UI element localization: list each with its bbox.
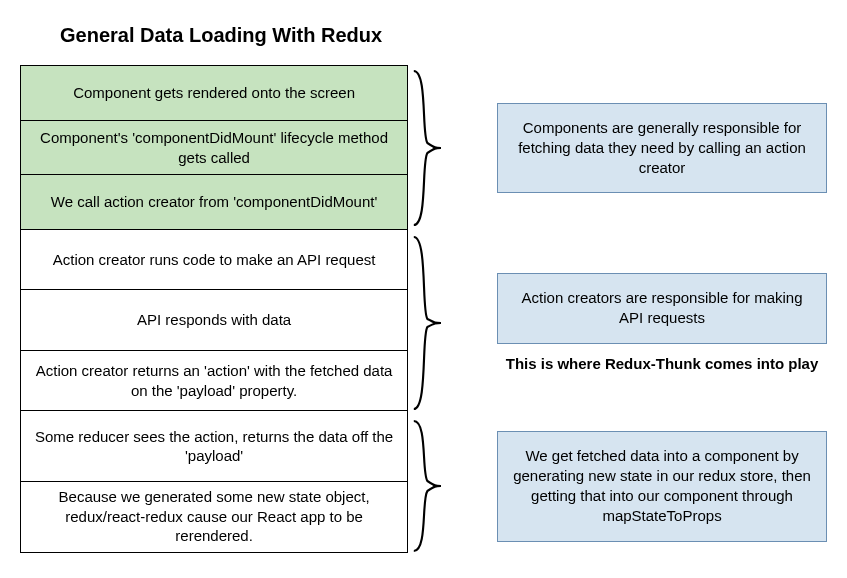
note-extra: This is where Redux-Thunk comes into pla… xyxy=(497,354,827,374)
note-group-1: Components are generally responsible for… xyxy=(497,65,827,231)
diagram-body: Component gets rendered onto the screen … xyxy=(20,65,827,557)
note-box: We get fetched data into a component by … xyxy=(497,431,827,542)
step-box: Action creator runs code to make an API … xyxy=(20,229,408,291)
step-group-2: Action creator runs code to make an API … xyxy=(20,230,408,412)
note-box: Action creators are responsible for maki… xyxy=(497,273,827,344)
step-box: Component gets rendered onto the screen xyxy=(20,65,408,121)
step-box: API responds with data xyxy=(20,289,408,351)
diagram-title: General Data Loading With Redux xyxy=(60,24,827,47)
step-group-3: Some reducer sees the action, returns th… xyxy=(20,412,408,553)
notes-column: Components are generally responsible for… xyxy=(497,65,827,557)
step-box: We call action creator from 'componentDi… xyxy=(20,174,408,230)
note-group-2: Action creators are responsible for maki… xyxy=(497,231,827,415)
step-box: Because we generated some new state obje… xyxy=(20,481,408,553)
note-box: Components are generally responsible for… xyxy=(497,103,827,194)
steps-column: Component gets rendered onto the screen … xyxy=(20,65,408,553)
brace-icon xyxy=(408,415,445,557)
brace-icon xyxy=(408,231,445,415)
brace-icon xyxy=(408,65,445,231)
step-group-1: Component gets rendered onto the screen … xyxy=(20,65,408,230)
step-box: Some reducer sees the action, returns th… xyxy=(20,410,408,482)
brace-column xyxy=(408,65,445,557)
step-box: Component's 'componentDidMount' lifecycl… xyxy=(20,120,408,176)
step-box: Action creator returns an 'action' with … xyxy=(20,350,408,412)
note-group-3: We get fetched data into a component by … xyxy=(497,415,827,557)
